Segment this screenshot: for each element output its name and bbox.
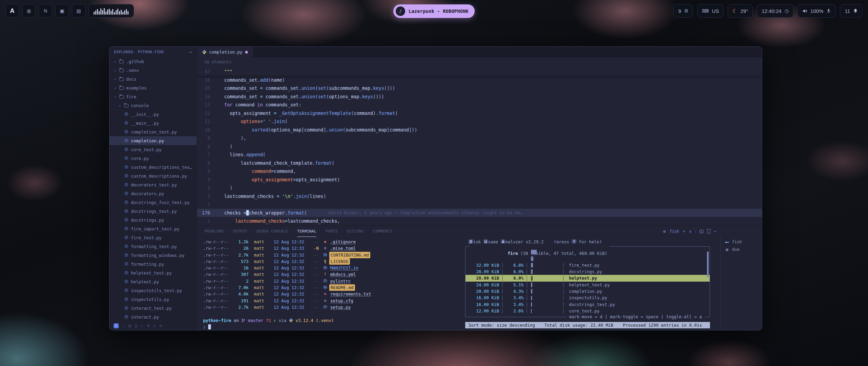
audio-visualizer[interactable] — [88, 4, 134, 18]
tree-item-inspectutils_test.py[interactable]: ⓟinspectutils_test.py — [110, 286, 197, 295]
settings-gear-icon[interactable]: ⚙ — [159, 323, 162, 328]
explorer-header: EXPLORER: PYTHON-FIRE ⋯ — [110, 47, 197, 57]
file-permissions: .rw-r--r-- — [203, 298, 231, 304]
tree-item-__init__.py[interactable]: ⓟ__init__.py — [110, 110, 197, 119]
terminal-fish[interactable]: .rw-r--r--1.2kmatt12 Aug 12:32--◆.gitign… — [203, 239, 459, 330]
volume-pill[interactable]: 100% — [797, 4, 836, 18]
dua-entry-completion.py[interactable]: 20.00 KiB│4.3%││completion.py — [466, 288, 710, 294]
tree-item-formatting_windows.py[interactable]: ⓟformatting_windows.py — [110, 251, 197, 260]
tree-item-interact_test.py[interactable]: ⓟinteract_test.py — [110, 304, 197, 312]
panel-tab-debug-console[interactable]: DEBUG CONSOLE — [257, 226, 288, 237]
file-permissions: .rw-r--r-- — [203, 239, 231, 245]
tree-item-core_test.py[interactable]: ⓟcore_test.py — [110, 145, 197, 154]
tree-item-docstrings_fuzz_test.py[interactable]: ⓟdocstrings_fuzz_test.py — [110, 198, 197, 207]
keyboard-layout-pill[interactable]: ⌨ US — [697, 4, 724, 18]
tree-item-helptext_test.py[interactable]: ⓟhelptext_test.py — [110, 268, 197, 277]
weather-pill[interactable]: ☾ 29° — [728, 4, 753, 18]
tree-item-completion.py[interactable]: ⓟcompletion.py — [110, 136, 197, 145]
chevron-down-icon[interactable]: ∨ — [689, 229, 692, 234]
tree-item-docstrings.py[interactable]: ⓟdocstrings.py — [110, 216, 197, 224]
tree-item-custom_descriptions_test.py[interactable]: ⓟcustom_descriptions_test.py — [110, 163, 197, 171]
tree-item-fire[interactable]: ▾fire — [110, 92, 197, 101]
tree-item-__main__.py[interactable]: ⓟ__main__.py — [110, 119, 197, 127]
git-status-flag: -- — [309, 304, 321, 310]
sync-icon[interactable]: ↻ — [153, 323, 156, 328]
split-terminal-icon[interactable] — [699, 230, 704, 233]
tree-item-fire_test.py[interactable]: ⓟfire_test.py — [110, 233, 197, 242]
workspace-button-1[interactable]: ◍ — [22, 4, 36, 18]
files-icon[interactable]: ▤ — [129, 323, 131, 328]
tree-item-helptext.py[interactable]: ⓟhelptext.py — [110, 277, 197, 286]
terminal-list-item-fish[interactable]: fish — [721, 239, 762, 246]
entry-percent: 6.0% — [506, 268, 524, 275]
terminal-list-item-dua[interactable]: ▥dua — [721, 246, 762, 253]
updates-pill[interactable]: 9 ⚙ — [673, 4, 693, 18]
editor-surface[interactable]: 47 """16 commands_set.add(name)15 comman… — [197, 67, 762, 225]
tab-completion-py[interactable]: completion.py — [197, 47, 253, 57]
remote-indicator[interactable]: ⚡ — [114, 323, 119, 328]
panel-more-icon[interactable]: ⋯ — [714, 229, 716, 234]
shell-input-line[interactable]: ❯ — [203, 324, 459, 330]
tree-item-decorators_test.py[interactable]: ⓟdecorators_test.py — [110, 180, 197, 189]
dua-entry-helptext_test.py[interactable]: 24.00 KiB│5.1%││helptext_test.py — [466, 282, 710, 288]
tree-item-docstrings_test.py[interactable]: ⓟdocstrings_test.py — [110, 207, 197, 216]
run-icon[interactable]: ▷ — [141, 323, 143, 328]
prompt-char: ❯ — [203, 324, 206, 330]
kill-terminal-icon[interactable] — [707, 230, 710, 233]
terminal-dua[interactable]: Disk Usage Analyzer v2.29.2 (press ? for… — [465, 239, 710, 328]
tree-item-examples[interactable]: ▸examples — [110, 83, 197, 92]
tree-item-interact.py[interactable]: ⓟinteract.py — [110, 312, 197, 321]
keyboard-icon: ⌨ — [702, 8, 709, 14]
tree-item-docs[interactable]: ▸docs — [110, 75, 197, 83]
file-row: .rw-r--r--26matt12 Aug 12:33-N⚙.mise.tom… — [203, 245, 459, 251]
tree-item-completion_test.py[interactable]: ⓟcompletion_test.py — [110, 127, 197, 136]
workspace-button-2[interactable]: N — [39, 4, 52, 18]
panel-tab-problems[interactable]: PROBLEMS — [204, 226, 224, 237]
dua-scrollbar[interactable] — [707, 251, 709, 277]
terminal-profile-label[interactable]: fish — [669, 229, 679, 234]
code-text: checks =check_wrapper.format( — [219, 209, 307, 217]
tree-item-custom_descriptions.py[interactable]: ⓟcustom_descriptions.py — [110, 171, 197, 180]
file-size: 191 — [231, 298, 249, 304]
tree-item-inspectutils.py[interactable]: ⓟinspectutils.py — [110, 295, 197, 304]
git-branch-icon[interactable]: ɣ — [135, 323, 137, 328]
clock-pill[interactable]: 12:40:24 ◷ — [757, 4, 793, 18]
tree-item-formatting_test.py[interactable]: ⓟformatting_test.py — [110, 242, 197, 251]
tree-item-fire_import_test.py[interactable]: ⓟfire_import_test.py — [110, 224, 197, 233]
tree-item-.venv[interactable]: ▸.venv — [110, 66, 197, 75]
notifications-pill[interactable]: 11 — [840, 4, 863, 18]
tree-item-core.py[interactable]: ⓟcore.py — [110, 154, 197, 163]
panel-tab-gitlens[interactable]: GITLENS — [347, 226, 364, 237]
dua-entry-helptext.py[interactable]: 28.00 KiB│6.0%││helptext.py — [466, 275, 710, 281]
explorer-tree[interactable]: ▸.github▸.venv▸docs▸examples▾fire▸consol… — [110, 57, 197, 330]
git-blame-annotation: David Bieber, 5 years ago • Completion e… — [307, 209, 522, 217]
extensions-icon[interactable]: ⊞ — [147, 323, 150, 328]
panel-tab-output[interactable]: OUTPUT — [233, 226, 248, 237]
breadcrumb[interactable]: no elements — [197, 57, 762, 67]
search-icon[interactable]: ◌ — [122, 323, 125, 328]
tree-item-label: inspectutils_test.py — [131, 288, 182, 293]
yaml-icon: ! — [321, 271, 329, 278]
code-text: for command in commands_set: — [219, 101, 301, 109]
tree-item-.github[interactable]: ▸.github — [110, 57, 197, 66]
tree-item-decorators.py[interactable]: ⓟdecorators.py — [110, 189, 197, 198]
workspace-button-3[interactable]: ▣ — [55, 4, 69, 18]
python-icon: ⓟ — [124, 297, 129, 302]
code-text: commands_set = commands_set.union(set(su… — [219, 84, 395, 93]
now-playing-pill[interactable]: ♪ Lazerpunk - ROBOPHONK — [393, 4, 475, 18]
panel-tab-terminal[interactable]: TERMINAL — [297, 226, 316, 237]
panel-grid-icon[interactable]: ⊞ — [663, 229, 666, 234]
tree-item-formatting.py[interactable]: ⓟformatting.py — [110, 260, 197, 268]
new-terminal-icon[interactable]: + — [683, 229, 685, 234]
more-actions-icon[interactable]: ⋯ — [190, 49, 192, 55]
dua-entry-inspectutils.py[interactable]: 16.00 KiB│3.4%││inspectutils.py — [466, 294, 710, 301]
line-number: 3 — [197, 184, 219, 192]
code-line: 11 options=' '.join( — [197, 117, 762, 126]
tree-item-console[interactable]: ▸console — [110, 101, 197, 110]
panel-tab-comments[interactable]: COMMENTS — [373, 226, 392, 237]
workspace-button-4[interactable]: ▤ — [72, 4, 85, 18]
app-launcher-button[interactable]: A — [5, 4, 19, 18]
dua-entry-docstrings.py[interactable]: 28.00 KiB│6.0%││docstrings.py — [466, 268, 710, 275]
dua-entry-docstrings_test.py[interactable]: 16.00 KiB│3.4%││docstrings_test.py — [466, 301, 710, 308]
panel-tab-ports[interactable]: PORTS — [326, 226, 338, 237]
